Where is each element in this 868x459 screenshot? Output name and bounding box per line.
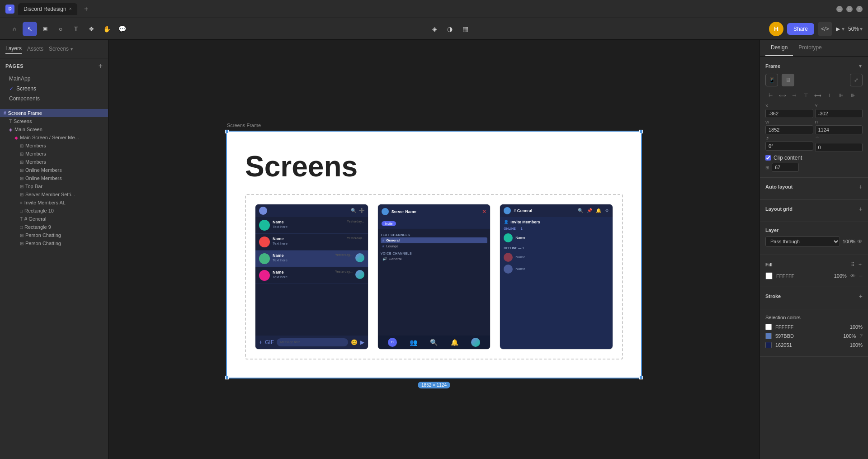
move-tool[interactable]: ↖ bbox=[23, 22, 37, 36]
w-input[interactable] bbox=[765, 125, 813, 134]
nav-friends-icon[interactable]: 👥 bbox=[410, 338, 417, 345]
minimize-btn[interactable]: — bbox=[836, 6, 843, 12]
components-page[interactable]: Components bbox=[5, 94, 103, 104]
sel-help-icon[interactable]: ? bbox=[859, 333, 863, 339]
screens-page[interactable]: ✓ Screens bbox=[5, 84, 103, 94]
nav-search-icon[interactable]: 🔍 bbox=[430, 338, 438, 345]
layer-online-members-2[interactable]: ⊞ Online Members bbox=[0, 174, 108, 182]
grid-value-input[interactable] bbox=[772, 163, 799, 172]
screens-tab[interactable]: Screens ▾ bbox=[49, 44, 73, 54]
mockup-server-channels[interactable]: Server Name ✕ Invite TEXT CHANNELS bbox=[377, 203, 491, 349]
nav-bell-icon[interactable]: 🔔 bbox=[451, 338, 458, 345]
layer-person-chatting-1[interactable]: ⊞ Person Chatting bbox=[0, 231, 108, 239]
nav-discord-icon[interactable]: D bbox=[388, 337, 397, 346]
clip-content-checkbox[interactable] bbox=[765, 155, 771, 161]
fill-visibility-btn[interactable]: 👁 bbox=[850, 273, 855, 279]
new-tab-btn[interactable]: + bbox=[81, 4, 92, 14]
distribute-h-btn[interactable]: ⊫ bbox=[836, 90, 847, 101]
layer-main-screen-server[interactable]: ◆ Main Screen / Server Me... bbox=[0, 133, 108, 142]
mockup-members-list[interactable]: # General 🔍 📌 🔔 ⚙ 👤 bbox=[500, 203, 613, 349]
app-tab[interactable]: Discord Redesign × bbox=[18, 3, 77, 15]
chat-item-1[interactable]: Name Yesterday... Text here bbox=[255, 217, 368, 233]
fill-add-btn[interactable]: + bbox=[858, 260, 863, 269]
layer-rect-9[interactable]: □ Rectangle 9 bbox=[0, 223, 108, 231]
layer-screens-text[interactable]: T Screens bbox=[0, 117, 108, 125]
hand-tool[interactable]: ✋ bbox=[99, 22, 114, 36]
member-item-1[interactable]: Name bbox=[504, 232, 609, 243]
stroke-add-btn[interactable]: + bbox=[859, 293, 863, 300]
corner-handle-bl[interactable] bbox=[225, 375, 229, 379]
sel-swatch-1[interactable] bbox=[765, 324, 772, 330]
frame-portrait-btn[interactable]: 📱 bbox=[765, 74, 778, 86]
x-input[interactable] bbox=[765, 109, 813, 118]
frame-tool[interactable]: ▣ bbox=[38, 22, 52, 36]
frame-chevron-icon[interactable]: ▾ bbox=[858, 62, 863, 70]
comment-tool[interactable]: 💬 bbox=[115, 22, 129, 36]
lounge-channel[interactable]: # Lounge bbox=[381, 243, 488, 249]
corner-input[interactable] bbox=[815, 143, 863, 152]
layout-grid-add-btn[interactable]: + bbox=[859, 205, 863, 213]
bottom-gif-icon[interactable]: GIF bbox=[265, 339, 274, 345]
layer-top-bar[interactable]: ⊞ Top Bar bbox=[0, 182, 108, 190]
maximize-btn[interactable]: □ bbox=[846, 6, 853, 12]
r-input[interactable] bbox=[765, 142, 813, 151]
layer-invite-members[interactable]: ≡ Invite Members AL bbox=[0, 199, 108, 207]
bottom-emoji-icon[interactable]: 😊 bbox=[351, 339, 358, 345]
user-avatar[interactable]: H bbox=[769, 22, 783, 36]
invite-button[interactable]: Invite bbox=[382, 221, 396, 226]
layer-general[interactable]: T # General bbox=[0, 215, 108, 223]
corner-handle-tl[interactable] bbox=[225, 129, 229, 133]
members-settings-icon[interactable]: ⚙ bbox=[605, 208, 609, 213]
mainapp-page[interactable]: MainApp bbox=[5, 74, 103, 84]
layer-rect-10[interactable]: □ Rectangle 10 bbox=[0, 207, 108, 215]
auto-layout-add-btn[interactable]: + bbox=[859, 183, 863, 190]
visibility-toggle[interactable]: 👁 bbox=[857, 238, 863, 245]
contrast-tool[interactable]: ◑ bbox=[443, 22, 457, 36]
layout-tool[interactable]: ▦ bbox=[458, 22, 472, 36]
corner-handle-tr[interactable] bbox=[639, 129, 643, 133]
fill-dots-btn[interactable]: ⠿ bbox=[850, 260, 856, 269]
close-btn[interactable]: × bbox=[856, 6, 863, 12]
align-center-v-btn[interactable]: ⟷ bbox=[812, 90, 823, 101]
general-voice-channel[interactable]: 🔊 General bbox=[381, 256, 488, 261]
layer-members-1[interactable]: ⊞ Members bbox=[0, 142, 108, 150]
align-left-btn[interactable]: ⊢ bbox=[765, 90, 776, 101]
bottom-send-icon[interactable]: ▶ bbox=[360, 339, 364, 345]
chat-item-2[interactable]: Name Yesterday... Text here bbox=[255, 233, 368, 250]
chat-item-4[interactable]: Name Yesterday... Text here bbox=[255, 267, 368, 284]
y-input[interactable] bbox=[815, 109, 863, 118]
layer-online-members-1[interactable]: ⊞ Online Members bbox=[0, 166, 108, 174]
pages-add-btn[interactable]: + bbox=[99, 62, 103, 70]
layer-members-3[interactable]: ⊞ Members bbox=[0, 158, 108, 166]
fill-tool[interactable]: ◈ bbox=[427, 22, 442, 36]
canvas-area[interactable]: Screens Frame Screens 🔍 bbox=[108, 40, 760, 459]
home-tool[interactable]: ⌂ bbox=[7, 22, 22, 36]
share-button[interactable]: Share bbox=[787, 23, 814, 35]
bottom-plus-icon[interactable]: + bbox=[259, 339, 262, 345]
assets-tab[interactable]: Assets bbox=[27, 44, 43, 54]
layer-person-chatting-2[interactable]: ⊞ Person Chatting bbox=[0, 239, 108, 247]
nav-avatar-icon[interactable] bbox=[471, 337, 480, 346]
message-input[interactable]: Message here... bbox=[277, 338, 348, 346]
zoom-control[interactable]: 50% ▾ bbox=[848, 26, 863, 32]
frame-resize-btn[interactable]: ⤢ bbox=[850, 74, 863, 86]
layer-mode-select[interactable]: Pass through Normal Multiply Screen bbox=[765, 237, 840, 246]
code-button[interactable]: </> bbox=[818, 22, 832, 36]
play-button[interactable]: ▶ ▾ bbox=[836, 26, 844, 32]
chat-item-3[interactable]: Name Yesterday... Text here bbox=[255, 250, 368, 267]
align-center-h-btn[interactable]: ⟺ bbox=[777, 90, 788, 101]
distribute-v-btn[interactable]: ⊪ bbox=[848, 90, 859, 101]
mockup-chat-list[interactable]: 🔍 ➕ Name bbox=[255, 203, 368, 349]
fill-color-swatch[interactable] bbox=[765, 272, 773, 279]
fill-remove-btn[interactable]: − bbox=[859, 272, 863, 279]
general-channel[interactable]: # General bbox=[381, 237, 488, 243]
design-tab[interactable]: Design bbox=[765, 40, 793, 56]
h-input[interactable] bbox=[815, 125, 863, 134]
sel-swatch-2[interactable] bbox=[765, 333, 772, 339]
layer-main-screen[interactable]: ◈ Main Screen bbox=[0, 125, 108, 133]
align-top-btn[interactable]: ⊤ bbox=[801, 90, 811, 101]
layers-tab[interactable]: Layers bbox=[5, 43, 22, 54]
align-right-btn[interactable]: ⊣ bbox=[789, 90, 800, 101]
members-pin-icon[interactable]: 📌 bbox=[587, 208, 592, 213]
corner-handle-br[interactable] bbox=[639, 375, 643, 379]
